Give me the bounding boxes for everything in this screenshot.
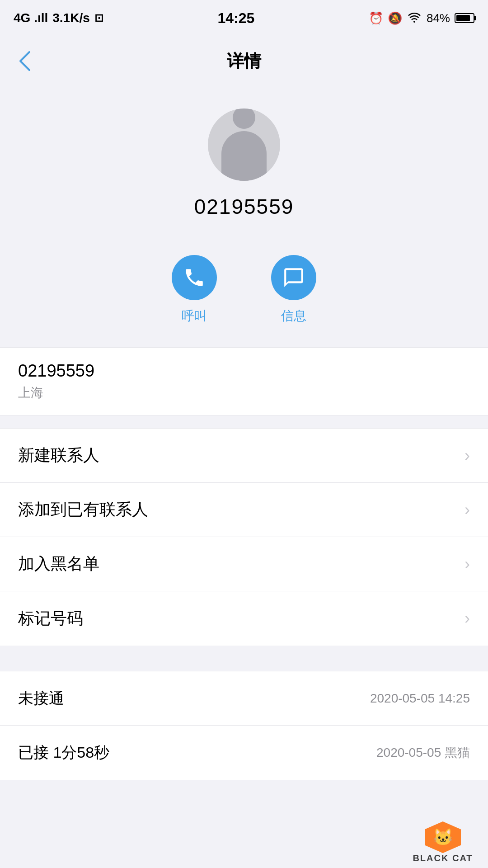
message-button[interactable]: 信息 [271,255,316,325]
call-status-missed: 未接通 [18,688,64,709]
menu-item-mark-number[interactable]: 标记号码 › [0,591,488,646]
watermark-text: BLACK CAT [413,853,473,863]
message-label: 信息 [281,307,306,325]
nav-bar: 详情 [0,36,488,86]
menu-item-label-add-existing: 添加到已有联系人 [18,499,148,521]
action-buttons: 呼叫 信息 [0,237,488,347]
status-left: 4G .ıll 3.1K/s ⊡ [14,11,103,25]
call-datetime-missed: 2020-05-05 14:25 [370,691,470,706]
section-divider-1 [0,415,488,428]
call-label: 呼叫 [182,307,207,325]
screen-record-icon: ⊡ [94,12,103,24]
menu-item-label-blacklist: 加入黑名单 [18,553,99,575]
battery-icon [455,13,474,23]
contact-header: 02195559 [0,86,488,237]
menu-item-new-contact[interactable]: 新建联系人 › [0,429,488,483]
status-bar: 4G .ıll 3.1K/s ⊡ 14:25 ⏰ 🔕 84% [0,0,488,36]
speed-text: 3.1K/s [52,11,90,25]
call-circle [172,255,217,300]
info-phone-number: 02195559 [18,361,470,381]
contact-number: 02195559 [194,194,294,219]
avatar [208,108,280,181]
call-datetime-connected: 2020-05-05 黑猫 [376,744,470,761]
call-log-section: 未接通 2020-05-05 14:25 已接 1分58秒 2020-05-05… [0,671,488,780]
status-time: 14:25 [217,10,254,27]
watermark: 🐱 BLACK CAT [398,814,488,868]
menu-item-add-existing[interactable]: 添加到已有联系人 › [0,483,488,537]
page-title: 详情 [227,50,261,73]
menu-section: 新建联系人 › 添加到已有联系人 › 加入黑名单 › 标记号码 › [0,428,488,646]
info-card: 02195559 上海 [0,347,488,415]
chevron-icon-mark-number: › [465,609,470,628]
status-right: ⏰ 🔕 84% [369,11,474,26]
menu-item-label-new-contact: 新建联系人 [18,444,99,467]
section-divider-2 [0,646,488,658]
chevron-icon-new-contact: › [465,446,470,465]
back-button[interactable] [14,45,36,77]
battery-percentage: 84% [427,11,450,25]
signal-text: 4G .ıll [14,11,48,25]
call-button[interactable]: 呼叫 [172,255,217,325]
chevron-icon-add-existing: › [465,500,470,519]
notification-icon: 🔕 [388,11,402,25]
call-status-connected: 已接 1分58秒 [18,742,109,763]
info-location: 上海 [18,384,470,401]
cat-face-icon: 🐱 [433,828,453,847]
menu-item-label-mark-number: 标记号码 [18,608,83,630]
call-log-connected: 已接 1分58秒 2020-05-05 黑猫 [0,726,488,780]
cat-shield-icon: 🐱 [425,821,461,853]
alarm-icon: ⏰ [369,11,383,25]
wifi-icon [407,11,422,26]
chevron-icon-blacklist: › [465,555,470,574]
menu-item-blacklist[interactable]: 加入黑名单 › [0,537,488,591]
message-circle [271,255,316,300]
call-log-missed: 未接通 2020-05-05 14:25 [0,671,488,726]
